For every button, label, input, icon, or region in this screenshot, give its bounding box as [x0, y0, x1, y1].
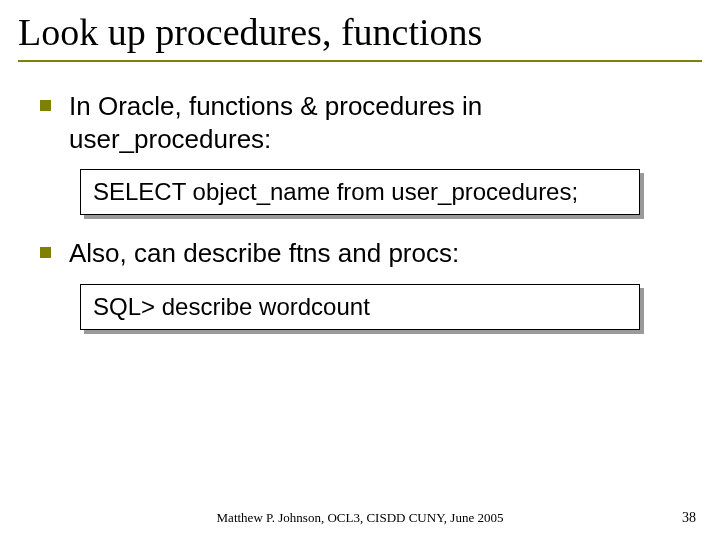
slide: Look up procedures, functions In Oracle,…: [0, 0, 720, 540]
slide-title: Look up procedures, functions: [18, 10, 702, 54]
content-area: In Oracle, functions & procedures in use…: [40, 90, 690, 352]
bullet-item: Also, can describe ftns and procs:: [40, 237, 690, 270]
footer-text: Matthew P. Johnson, OCL3, CISDD CUNY, Ju…: [0, 510, 720, 526]
bullet-text: Also, can describe ftns and procs:: [69, 237, 459, 270]
square-bullet-icon: [40, 247, 51, 258]
code-box: SQL> describe wordcount: [80, 284, 640, 330]
title-area: Look up procedures, functions: [18, 10, 702, 62]
bullet-item: In Oracle, functions & procedures in use…: [40, 90, 690, 155]
code-box: SELECT object_name from user_procedures;: [80, 169, 640, 215]
title-underline: [18, 60, 702, 62]
square-bullet-icon: [40, 100, 51, 111]
page-number: 38: [682, 510, 696, 526]
bullet-text: In Oracle, functions & procedures in use…: [69, 90, 690, 155]
